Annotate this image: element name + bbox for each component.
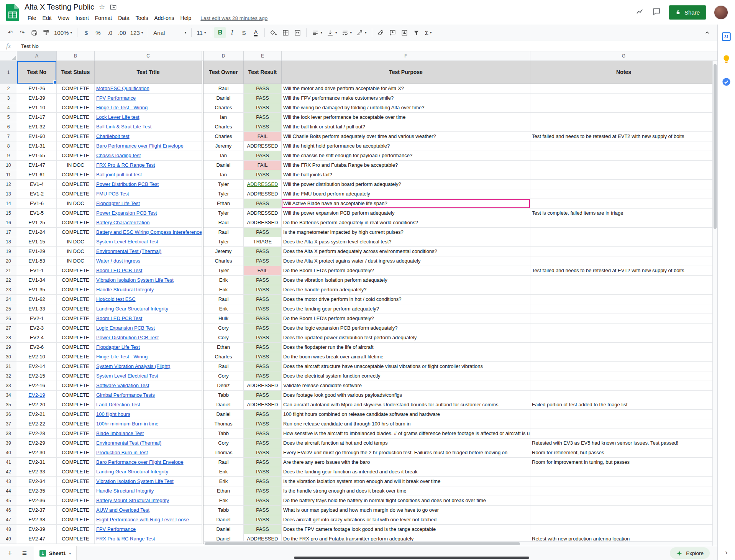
cell-test-result[interactable]: PASS bbox=[244, 496, 282, 506]
cell-test-purpose[interactable]: What is our max payload and how much mar… bbox=[282, 506, 530, 515]
cell-test-result[interactable]: ADDRESSED bbox=[244, 381, 282, 391]
cell-test-owner[interactable]: Tabb bbox=[203, 506, 244, 515]
cell-test-status[interactable]: COMPLETE bbox=[57, 304, 95, 314]
cell-test-purpose[interactable]: Will Active Blade have an acceptable lif… bbox=[282, 199, 530, 209]
cell-test-result[interactable]: PASS bbox=[244, 295, 282, 304]
cell-notes[interactable] bbox=[530, 256, 717, 266]
cell-notes[interactable] bbox=[530, 161, 717, 170]
cell-test-title[interactable]: Logic Expansion PCB Test bbox=[95, 324, 202, 333]
cell-notes[interactable] bbox=[530, 343, 717, 352]
cell-test-owner[interactable]: Erik bbox=[203, 496, 244, 506]
row-header[interactable]: 2 bbox=[0, 84, 17, 94]
cell-notes[interactable] bbox=[530, 84, 717, 94]
cell-test-owner[interactable]: Cory bbox=[203, 324, 244, 333]
cell-test-result[interactable]: FAIL bbox=[244, 132, 282, 141]
cell-test-status[interactable]: COMPLETE bbox=[57, 266, 95, 276]
cell-test-no[interactable]: EV1-25 bbox=[17, 218, 57, 228]
cell-test-status[interactable]: IN DOC bbox=[57, 247, 95, 256]
cell-test-purpose[interactable]: Are there any aero issues with the baro bbox=[282, 458, 530, 467]
header-cell-test-no[interactable]: Test No bbox=[17, 61, 57, 84]
undo-button[interactable]: ↶ bbox=[5, 27, 16, 38]
row-header[interactable]: 23 bbox=[0, 285, 17, 295]
cell-test-result[interactable]: PASS bbox=[244, 448, 282, 458]
cell-test-result[interactable]: PASS bbox=[244, 515, 282, 525]
cell-test-title[interactable]: Production Burn-in Test bbox=[95, 448, 202, 458]
cell-test-result[interactable]: ADDRESSED bbox=[244, 400, 282, 410]
test-title-link[interactable]: System Level Electrical Test bbox=[96, 239, 158, 245]
cell-test-title[interactable]: Lock Lever Life test bbox=[95, 113, 202, 122]
cell-test-result[interactable]: PASS bbox=[244, 352, 282, 362]
cell-test-title[interactable]: System Vibration Analysis (Flight) bbox=[95, 362, 202, 371]
cell-test-no[interactable]: EV2-16 bbox=[17, 381, 57, 391]
row-header[interactable]: 32 bbox=[0, 371, 17, 381]
zoom-select[interactable]: 100%▾ bbox=[52, 27, 74, 38]
row-header[interactable]: 47 bbox=[0, 515, 17, 525]
horizontal-scrollbar-thumb[interactable] bbox=[205, 542, 520, 545]
cell-test-status[interactable]: COMPLETE bbox=[57, 170, 95, 180]
cell-test-status[interactable]: COMPLETE bbox=[57, 333, 95, 343]
row-header[interactable]: 48 bbox=[0, 525, 17, 534]
cell-notes[interactable] bbox=[530, 352, 717, 362]
cell-test-status[interactable]: COMPLETE bbox=[57, 218, 95, 228]
menu-file[interactable]: File bbox=[25, 14, 39, 22]
cell-test-owner[interactable]: Charles bbox=[203, 132, 244, 141]
cell-test-owner[interactable]: Erik bbox=[203, 467, 244, 477]
cell-test-status[interactable]: COMPLETE bbox=[57, 103, 95, 113]
explore-button[interactable]: Explore bbox=[670, 547, 710, 559]
cell-test-owner[interactable]: Tabb bbox=[203, 429, 244, 438]
cell-test-status[interactable]: COMPLETE bbox=[57, 285, 95, 295]
test-title-link[interactable]: Charliebolt test bbox=[96, 133, 130, 139]
cell-test-title[interactable]: Flight Performance with Ring Lever Loose bbox=[95, 515, 202, 525]
cell-test-result[interactable]: ADDRESSED bbox=[244, 180, 282, 189]
test-title-link[interactable]: Handle Structural Integrity bbox=[96, 488, 154, 494]
cell-test-owner[interactable]: Ian bbox=[203, 113, 244, 122]
column-header-d[interactable]: D bbox=[203, 51, 244, 61]
cell-test-purpose[interactable]: Is the magnetometer impacted by high cur… bbox=[282, 228, 530, 237]
cell-test-purpose[interactable]: Does the Alta X pass system level electr… bbox=[282, 237, 530, 247]
move-folder-icon[interactable] bbox=[110, 3, 117, 11]
menu-add-ons[interactable]: Add-ons bbox=[151, 14, 177, 22]
cell-test-result[interactable]: PASS bbox=[244, 122, 282, 132]
cell-test-no[interactable]: EV1-35 bbox=[17, 285, 57, 295]
cell-test-status[interactable]: COMPLETE bbox=[57, 477, 95, 486]
test-title-link[interactable]: FMU PCB Test bbox=[96, 191, 129, 197]
cell-test-owner[interactable]: Ethan bbox=[203, 199, 244, 209]
cell-test-result[interactable]: PASS bbox=[244, 419, 282, 429]
cell-test-owner[interactable]: Tyler bbox=[203, 209, 244, 218]
cell-test-status[interactable]: COMPLETE bbox=[57, 180, 95, 189]
cell-test-result[interactable]: PASS bbox=[244, 506, 282, 515]
test-title-link[interactable]: Ball joint pull out test bbox=[96, 172, 142, 177]
cell-notes[interactable] bbox=[530, 496, 717, 506]
cell-test-purpose[interactable]: How senstive is the aircraft to imbalanc… bbox=[282, 429, 530, 438]
column-header-b[interactable]: B bbox=[57, 51, 95, 61]
test-title-link[interactable]: Battery Characterization bbox=[96, 220, 149, 225]
test-title-link[interactable]: Environmental Test (Thermal) bbox=[96, 248, 161, 254]
row-header[interactable]: 45 bbox=[0, 496, 17, 506]
cell-test-purpose[interactable]: Will the power distribution board perfor… bbox=[282, 180, 530, 189]
cell-test-result[interactable]: PASS bbox=[244, 429, 282, 438]
row-header[interactable]: 3 bbox=[0, 94, 17, 103]
cell-test-no[interactable]: EV2-33 bbox=[17, 467, 57, 477]
row-header[interactable]: 26 bbox=[0, 314, 17, 324]
row-header[interactable]: 14 bbox=[0, 199, 17, 209]
cell-test-result[interactable]: PASS bbox=[244, 256, 282, 266]
cell-test-purpose[interactable]: Does the updated power distribution test… bbox=[282, 333, 530, 343]
cell-test-no[interactable]: EV2-1 bbox=[17, 314, 57, 324]
font-family-select[interactable]: Arial▾ bbox=[151, 27, 188, 38]
cell-test-purpose[interactable]: Does the electrical system function corr… bbox=[282, 371, 530, 381]
row-header[interactable]: 28 bbox=[0, 333, 17, 343]
cell-test-title[interactable]: Blade Imbalance Test bbox=[95, 429, 202, 438]
cell-test-no[interactable]: EV2-14 bbox=[17, 362, 57, 371]
cell-test-title[interactable]: Landing Gear Structural Integrity bbox=[95, 304, 202, 314]
cell-test-no[interactable]: EV1-15 bbox=[17, 237, 57, 247]
row-header[interactable]: 4 bbox=[0, 103, 17, 113]
row-header[interactable]: 44 bbox=[0, 486, 17, 496]
cell-test-status[interactable]: COMPLETE bbox=[57, 113, 95, 122]
cell-test-result[interactable]: PASS bbox=[244, 228, 282, 237]
cell-test-status[interactable]: COMPLETE bbox=[57, 458, 95, 467]
row-header[interactable]: 30 bbox=[0, 352, 17, 362]
keep-icon[interactable] bbox=[721, 54, 732, 64]
menu-tools[interactable]: Tools bbox=[133, 14, 151, 22]
cell-test-owner[interactable]: Raul bbox=[203, 295, 244, 304]
cell-test-no[interactable]: EV2-10 bbox=[17, 352, 57, 362]
